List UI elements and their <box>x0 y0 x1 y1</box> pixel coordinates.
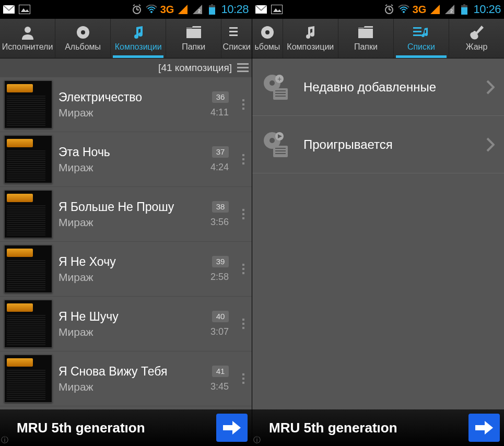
status-bar: 3G 2 10:28 <box>0 0 252 19</box>
svg-rect-60 <box>275 148 286 149</box>
gallery-icon <box>271 4 283 15</box>
kebab-icon[interactable] <box>237 99 250 110</box>
svg-rect-62 <box>275 153 286 154</box>
svg-line-32 <box>385 5 387 6</box>
svg-rect-52 <box>275 90 286 91</box>
svg-point-34 <box>403 11 405 13</box>
song-row[interactable]: Я Снова Вижу Тебя Мираж 41 3:45 <box>0 351 252 406</box>
signal-sim2-icon: 2 <box>444 4 455 15</box>
tab-genres[interactable]: Жанр <box>449 19 504 58</box>
battery-icon <box>206 4 218 15</box>
kebab-icon[interactable] <box>237 264 250 274</box>
list-menu-icon[interactable] <box>237 63 249 73</box>
svg-rect-45 <box>413 31 421 32</box>
info-icon[interactable]: ⓘ <box>1 436 8 445</box>
song-title: Я Снова Вижу Тебя <box>58 365 204 379</box>
network-3g: 3G <box>413 4 427 16</box>
song-artist: Мираж <box>58 161 204 174</box>
track-duration: 3:07 <box>210 326 229 337</box>
svg-rect-14 <box>211 4 213 5</box>
kebab-icon[interactable] <box>237 209 250 219</box>
gmail-icon <box>255 4 267 15</box>
tab-playlists[interactable]: Списки <box>394 19 449 58</box>
tab-albums[interactable]: ьбомы <box>252 19 283 58</box>
svg-point-17 <box>81 30 85 34</box>
tab-playlists[interactable]: Списки <box>221 19 252 58</box>
now-playing-bar[interactable]: ⓘ MRU 5th generatıon <box>0 409 252 446</box>
svg-line-33 <box>391 5 393 6</box>
svg-rect-61 <box>275 150 286 151</box>
song-row[interactable]: Я Не Шучу Мираж 40 3:07 <box>0 297 252 351</box>
next-button[interactable] <box>216 414 248 442</box>
svg-text:+: + <box>277 75 282 83</box>
status-bar: 3G 2 10:26 <box>252 0 504 19</box>
tab-folders[interactable]: Папки <box>166 19 221 58</box>
track-number: 36 <box>212 91 229 103</box>
signal-sim1-icon <box>429 4 441 15</box>
song-row[interactable]: Я Не Хочу Мираж 39 2:58 <box>0 242 252 297</box>
svg-rect-24 <box>237 71 249 72</box>
album-art <box>4 355 52 403</box>
alarm-icon <box>383 4 395 15</box>
svg-rect-20 <box>229 31 238 32</box>
song-title: Электричество <box>58 90 204 104</box>
song-row[interactable]: Электричество Мираж 36 4:11 <box>0 77 252 132</box>
track-number: 39 <box>212 256 229 267</box>
list-icon <box>413 25 429 40</box>
svg-rect-46 <box>413 34 421 36</box>
tab-tracks[interactable]: Композиции <box>111 19 166 58</box>
svg-text:2: 2 <box>198 8 201 14</box>
track-number: 37 <box>212 146 229 158</box>
signal-sim2-icon: 2 <box>192 4 203 15</box>
song-title: Я Больше Не Прошу <box>58 200 204 214</box>
kebab-icon[interactable] <box>237 319 250 329</box>
info-icon[interactable]: ⓘ <box>253 436 261 445</box>
svg-point-48 <box>269 80 275 86</box>
song-row[interactable]: Я Больше Не Прошу Мираж 38 3:56 <box>0 187 252 242</box>
song-artist: Мираж <box>58 107 204 119</box>
song-list[interactable]: Электричество Мираж 36 4:11 Эта Ночь Мир… <box>0 77 252 409</box>
tab-albums[interactable]: Альбомы <box>55 19 111 58</box>
now-playing-icon <box>261 129 292 160</box>
network-3g: 3G <box>160 4 174 16</box>
tab-folders[interactable]: Папки <box>338 19 394 58</box>
svg-rect-44 <box>413 27 421 29</box>
tab-bar: Исполнители Альбомы Композиции Папки Спи… <box>0 19 252 58</box>
phone-left: 3G 2 10:28 Исполнители Альбомы Композици… <box>0 0 252 446</box>
tab-tracks[interactable]: Композиции <box>283 19 338 58</box>
playlist-row-recent[interactable]: + Недавно добавленные <box>252 58 504 116</box>
album-art <box>4 135 52 183</box>
song-title: Я Не Хочу <box>58 255 204 269</box>
folder-icon <box>186 25 202 40</box>
svg-rect-54 <box>275 96 286 97</box>
svg-point-8 <box>150 11 153 13</box>
next-button[interactable] <box>468 414 500 442</box>
kebab-icon[interactable] <box>237 373 250 384</box>
svg-rect-43 <box>358 29 373 38</box>
svg-marker-35 <box>430 5 440 14</box>
chevron-right-icon <box>486 137 495 152</box>
tab-artists[interactable]: Исполнители <box>0 19 55 58</box>
track-count-row: [41 композиция] <box>0 58 252 77</box>
guitar-icon <box>469 25 485 40</box>
album-art <box>4 245 52 293</box>
svg-point-56 <box>269 138 275 143</box>
kebab-icon[interactable] <box>237 154 250 165</box>
track-duration: 3:56 <box>210 217 229 228</box>
track-number: 41 <box>212 366 229 377</box>
svg-marker-2 <box>21 8 29 12</box>
status-clock: 10:26 <box>473 3 501 16</box>
wifi-icon <box>146 4 157 15</box>
svg-rect-21 <box>229 34 238 36</box>
album-art <box>4 300 52 348</box>
now-playing-bar[interactable]: ⓘ MRU 5th generatıon <box>252 409 504 446</box>
now-playing-title: MRU 5th generatıon <box>260 420 468 436</box>
svg-line-6 <box>133 5 135 6</box>
track-duration: 2:58 <box>210 272 229 283</box>
song-row[interactable]: Эта Ночь Мираж 37 4:24 <box>0 132 252 187</box>
song-artist: Мираж <box>58 271 204 284</box>
track-duration: 4:24 <box>210 162 229 173</box>
gallery-icon <box>19 4 30 15</box>
now-playing-title: MRU 5th generatıon <box>7 420 216 436</box>
person-icon <box>20 25 36 40</box>
